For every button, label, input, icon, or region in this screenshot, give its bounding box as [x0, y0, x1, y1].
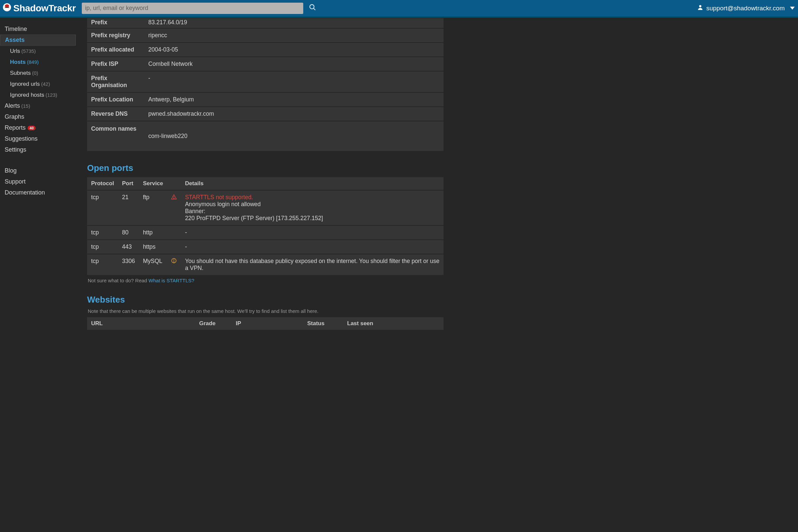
cell-proto: tcp [87, 191, 118, 225]
ports-hint: Not sure what to do? Read What is STARTT… [88, 278, 443, 283]
kv-val: 2004-03-05 [144, 43, 443, 57]
sidebar-item-label: Ignored urls [10, 81, 40, 88]
websites-note: Note that there can be multiple websites… [88, 308, 443, 314]
brand-text: ShadowTrackr [13, 3, 76, 14]
sidebar: Timeline Assets Urls(5735) Hosts(849) Su… [0, 18, 76, 532]
detail-line: STARTTLS not supported. [185, 194, 440, 201]
sidebar-item-label: Hosts [10, 59, 25, 65]
col-icon [167, 177, 181, 190]
table-row: Prefix ISPCombell Network [87, 57, 443, 71]
sidebar-item-label: Ignored hosts [10, 92, 44, 98]
sidebar-item-documentation[interactable]: Documentation [0, 187, 76, 198]
kv-key: Prefix Organisation [87, 72, 144, 92]
sidebar-item-label: Settings [5, 146, 26, 153]
cell-proto: tcp [87, 254, 118, 275]
sidebar-item-urls[interactable]: Urls(5735) [0, 45, 76, 57]
cell-proto: tcp [87, 240, 118, 254]
search-button[interactable] [306, 4, 319, 13]
cell-port: 80 [118, 226, 139, 240]
kv-key: Reverse DNS [87, 107, 144, 121]
count-badge: (42) [41, 81, 50, 87]
sidebar-item-suggestions[interactable]: Suggestions [0, 133, 76, 144]
caret-down-icon [790, 7, 795, 10]
kv-key: Prefix registry [87, 28, 144, 42]
col-protocol: Protocol [87, 177, 118, 190]
sidebar-item-blog[interactable]: Blog [0, 165, 76, 176]
kv-val: 83.217.64.0/19 [144, 18, 443, 28]
user-icon [698, 4, 703, 12]
sidebar-item-label: Suggestions [5, 135, 38, 142]
badge: 40 [27, 126, 36, 130]
starttls-link[interactable]: What is STARTTLS? [149, 278, 194, 283]
detail-line: 220 ProFTPD Server (FTP Server) [173.255… [185, 215, 440, 222]
svg-rect-2 [5, 7, 9, 8]
cell-icon [167, 226, 181, 240]
cell-details: - [181, 226, 443, 240]
table-row: Prefix Organisation- [87, 72, 443, 92]
cell-service: ftp [139, 191, 167, 225]
websites-table: URL Grade IP Status Last seen [87, 317, 443, 330]
svg-point-10 [174, 262, 174, 262]
hint-text: Not sure what to do? Read [88, 278, 149, 283]
col-details: Details [181, 177, 443, 190]
cell-details: You should not have this database public… [181, 254, 443, 275]
kv-key: Prefix Location [87, 93, 144, 107]
sidebar-item-alerts[interactable]: Alerts(15) [0, 100, 76, 111]
sidebar-item-ignored-hosts[interactable]: Ignored hosts(123) [0, 90, 76, 100]
sidebar-item-timeline[interactable]: Timeline [0, 24, 76, 35]
sidebar-item-ignored-urls[interactable]: Ignored urls(42) [0, 78, 76, 90]
table-header-row: Protocol Port Service Details [87, 177, 443, 190]
cell-service: https [139, 240, 167, 254]
svg-point-7 [174, 198, 174, 199]
col-ip: IP [232, 317, 303, 330]
topbar: ShadowTrackr support@shadowtrackr.com [0, 0, 798, 18]
table-row: Prefix LocationAntwerp, Belgium [87, 93, 443, 107]
websites-heading: Websites [87, 294, 443, 305]
user-menu[interactable]: support@shadowtrackr.com [698, 4, 795, 12]
sidebar-item-label: Alerts [5, 102, 20, 109]
kv-val: ripencc [144, 28, 443, 42]
logo-icon [3, 3, 11, 13]
sidebar-item-hosts[interactable]: Hosts(849) [0, 57, 76, 68]
cell-service: http [139, 226, 167, 240]
col-url: URL [87, 317, 195, 330]
user-email: support@shadowtrackr.com [706, 5, 785, 12]
svg-point-1 [5, 4, 9, 8]
kv-val: Antwerp, Belgium [144, 93, 443, 107]
table-row: tcp 80 http - [87, 226, 443, 240]
col-service: Service [139, 177, 167, 190]
table-row: tcp 21 ftp STARTTLS not supported. Anony… [87, 191, 443, 225]
sidebar-item-support[interactable]: Support [0, 176, 76, 187]
open-ports-table: Protocol Port Service Details tcp 21 ftp… [87, 176, 443, 276]
cell-proto: tcp [87, 226, 118, 240]
count-badge: (123) [45, 92, 57, 98]
prefix-info-table: Prefix 83.217.64.0/19 Prefix registryrip… [87, 18, 443, 152]
logo[interactable]: ShadowTrackr [3, 3, 76, 14]
col-port: Port [118, 177, 139, 190]
col-grade: Grade [195, 317, 232, 330]
search-wrap [82, 3, 303, 14]
table-row: Reverse DNSpwned.shadowtrackr.com [87, 107, 443, 121]
sidebar-item-subnets[interactable]: Subnets(0) [0, 68, 76, 78]
sidebar-item-assets[interactable]: Assets [0, 35, 76, 45]
cell-icon [167, 240, 181, 254]
sidebar-item-label: Blog [5, 167, 17, 174]
sidebar-item-label: Timeline [5, 25, 27, 33]
sidebar-item-reports[interactable]: Reports40 [0, 122, 76, 133]
cell-details: - [181, 240, 443, 254]
table-row: tcp 3306 MySQL You should not have this … [87, 254, 443, 275]
table-row: Common namescom-linweb220 [87, 121, 443, 151]
sidebar-item-label: Support [5, 178, 25, 185]
svg-point-3 [310, 5, 314, 9]
main-scroll[interactable]: Prefix 83.217.64.0/19 Prefix registryrip… [76, 18, 798, 532]
sidebar-item-settings[interactable]: Settings [0, 144, 76, 155]
kv-val: Combell Network [144, 57, 443, 71]
kv-key: Prefix ISP [87, 57, 144, 71]
content: Prefix 83.217.64.0/19 Prefix registryrip… [87, 18, 443, 344]
sidebar-item-graphs[interactable]: Graphs [0, 111, 76, 122]
search-input[interactable] [82, 3, 303, 14]
kv-key: Common names [87, 121, 144, 151]
sidebar-item-label: Subnets [10, 70, 31, 76]
table-header-row: URL Grade IP Status Last seen [87, 317, 443, 330]
sidebar-item-label: Urls [10, 48, 20, 55]
